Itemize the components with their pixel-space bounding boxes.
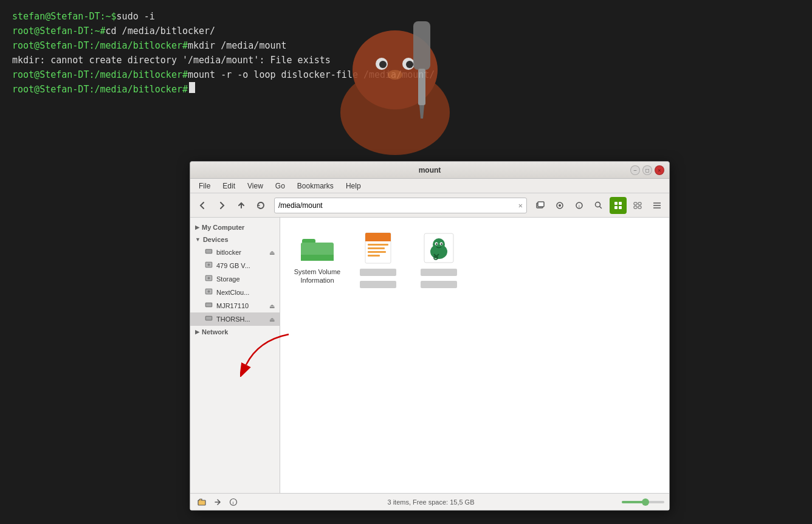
terminal-prompt-3: root@Stefan-DT:/media/bitlocker#: [12, 38, 188, 53]
address-clear-button[interactable]: ✕: [518, 201, 523, 210]
svg-rect-40: [206, 303, 212, 306]
drive-icon-thorsh: [204, 314, 213, 324]
svg-point-32: [207, 264, 210, 266]
terminal-cmd-3: mkdir /media/mount: [188, 38, 287, 53]
svg-point-13: [559, 204, 561, 207]
eject-icon-bitlocker[interactable]: ⏏: [269, 249, 275, 256]
svg-rect-50: [368, 247, 385, 249]
menu-help[interactable]: Help: [341, 181, 366, 191]
file-item-system-volume[interactable]: System VolumeInformation: [290, 227, 345, 293]
drive-icon-mjr17110: [204, 301, 213, 311]
drive-icon-nextcloud: [204, 288, 213, 297]
toolbar: ✕ i: [190, 193, 669, 218]
back-button[interactable]: [194, 197, 211, 214]
svg-rect-18: [619, 202, 622, 205]
file-item-doc-blurred[interactable]: [351, 227, 405, 293]
devices-label: Devices: [203, 236, 229, 243]
sidebar-label-nextcloud: NextClou...: [216, 289, 275, 296]
zoom-thumb[interactable]: [642, 498, 649, 506]
sidebar-item-nextcloud[interactable]: NextClou...: [190, 286, 280, 299]
terminal-prompt-2: root@Stefan-DT:~#: [12, 24, 106, 38]
svg-rect-45: [301, 255, 334, 261]
compact-view-button[interactable]: [649, 197, 666, 214]
drive-icon-bitlocker: [204, 247, 213, 257]
svg-rect-21: [634, 202, 637, 205]
menu-edit[interactable]: Edit: [218, 181, 240, 191]
svg-text:i: i: [579, 204, 580, 209]
file-name-blurred-2b: [421, 281, 457, 288]
menu-bookmarks[interactable]: Bookmarks: [292, 181, 339, 191]
terminal-line-5: root@Stefan-DT:/media/bitlocker# mount -…: [12, 67, 800, 82]
terminal-prompt-5: root@Stefan-DT:/media/bitlocker#: [12, 67, 188, 82]
address-input[interactable]: [278, 201, 518, 210]
svg-rect-24: [638, 206, 641, 209]
terminal-line-1: stefan@Stefan-DT:~$ sudo -i: [12, 9, 800, 24]
search-button[interactable]: [590, 197, 607, 214]
show-hidden-button[interactable]: [551, 197, 568, 214]
terminal-line-2: root@Stefan-DT:~# cd /media/bitlocker/: [12, 24, 800, 38]
doc-icon-blurred: [361, 231, 395, 265]
sidebar-section-network[interactable]: ▶ Network: [190, 326, 280, 338]
statusbar-status-text: 3 items, Free space: 15,5 GB: [240, 498, 622, 506]
toolbar-right: i: [532, 197, 666, 214]
terminal-cmd-1: sudo -i: [117, 9, 155, 24]
address-bar-container[interactable]: ✕: [274, 198, 527, 213]
sidebar-section-my-computer[interactable]: ▶ My Computer: [190, 221, 280, 233]
file-content-area: System VolumeInformation: [280, 218, 669, 493]
statusbar-left: i: [195, 495, 240, 509]
menubar: File Edit View Go Bookmarks Help: [190, 179, 669, 193]
statusbar-info-button[interactable]: i: [227, 495, 240, 509]
terminal-line-6: root@Stefan-DT:/media/bitlocker#: [12, 82, 800, 97]
icon-view-button[interactable]: [610, 197, 627, 214]
minimize-button[interactable]: −: [630, 165, 640, 175]
svg-rect-20: [619, 206, 622, 209]
svg-rect-63: [198, 500, 205, 505]
svg-text:i: i: [233, 500, 234, 506]
file-name-blurred-1: [360, 269, 396, 276]
orca-icon-blurred: [422, 231, 456, 265]
terminal-line-4: mkdir: cannot create directory '/media/m…: [12, 53, 800, 67]
menu-go[interactable]: Go: [270, 181, 290, 191]
sidebar-item-479gb[interactable]: 479 GB V...: [190, 259, 280, 272]
terminal-prompt-6: root@Stefan-DT:/media/bitlocker#: [12, 82, 188, 97]
terminal-cursor: [189, 82, 195, 93]
file-name-system-volume: System VolumeInformation: [294, 267, 340, 285]
menu-file[interactable]: File: [194, 181, 215, 191]
new-window-button[interactable]: [532, 197, 549, 214]
close-button[interactable]: ✕: [655, 165, 664, 175]
network-label: Network: [202, 328, 228, 336]
up-button[interactable]: [233, 197, 250, 214]
forward-button[interactable]: [213, 197, 230, 214]
list-view-button[interactable]: [629, 197, 646, 214]
sidebar-item-storage[interactable]: Storage: [190, 272, 280, 286]
svg-rect-51: [368, 251, 386, 253]
svg-rect-52: [368, 255, 380, 257]
svg-rect-22: [638, 202, 641, 205]
svg-rect-49: [368, 244, 388, 246]
sidebar-item-mjr17110[interactable]: MJR17110 ⏏: [190, 299, 280, 312]
sidebar-item-bitlocker[interactable]: bitlocker ⏏: [190, 246, 280, 259]
eject-icon-mjr17110[interactable]: ⏏: [269, 303, 275, 309]
svg-rect-29: [206, 250, 212, 253]
properties-button[interactable]: i: [571, 197, 588, 214]
sidebar-label-mjr17110: MJR17110: [216, 302, 266, 309]
window-controls: − □ ✕: [630, 165, 664, 175]
svg-point-59: [441, 243, 442, 244]
svg-rect-48: [365, 238, 391, 241]
statusbar-symlink-button[interactable]: [211, 495, 224, 509]
maximize-button[interactable]: □: [642, 165, 652, 175]
svg-rect-23: [634, 206, 637, 209]
svg-rect-19: [614, 206, 618, 209]
sidebar-section-devices[interactable]: ▼ Devices: [190, 233, 280, 246]
file-item-orca-blurred[interactable]: [411, 227, 466, 293]
window-title: mount: [419, 166, 441, 174]
folder-icon-system-volume: [300, 231, 334, 265]
reload-button[interactable]: [252, 197, 269, 214]
titlebar: mount − □ ✕: [190, 162, 669, 179]
zoom-slider[interactable]: [622, 501, 664, 503]
statusbar-folder-button[interactable]: [195, 495, 208, 509]
my-computer-arrow: ▶: [195, 224, 199, 230]
menu-view[interactable]: View: [243, 181, 268, 191]
eject-icon-thorsh[interactable]: ⏏: [269, 316, 275, 323]
sidebar-item-thorsh[interactable]: THORSH... ⏏: [190, 312, 280, 326]
